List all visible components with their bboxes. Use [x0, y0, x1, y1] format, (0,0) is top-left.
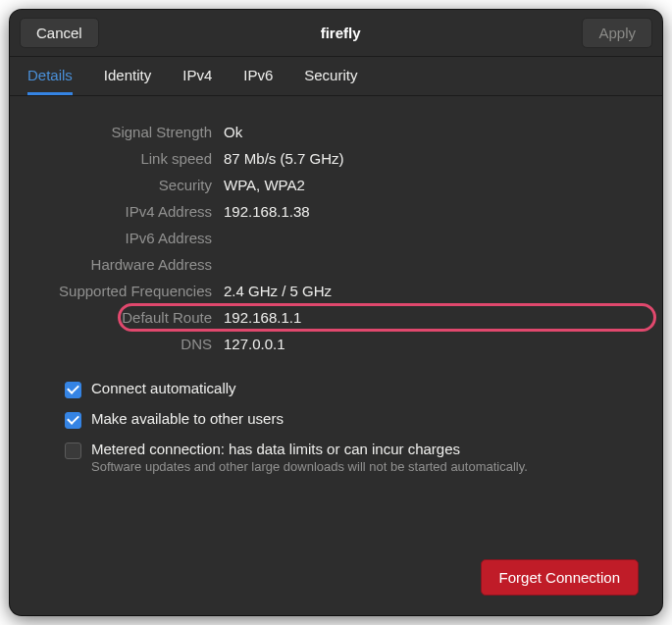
tab-details[interactable]: Details [27, 57, 73, 95]
cancel-button[interactable]: Cancel [20, 18, 99, 48]
tab-ipv4[interactable]: IPv4 [182, 57, 212, 95]
network-connection-dialog: Cancel firefly Apply Details Identity IP… [10, 10, 662, 615]
forget-connection-button[interactable]: Forget Connection [481, 559, 639, 596]
value-dns: 127.0.0.1 [224, 336, 639, 352]
apply-button[interactable]: Apply [582, 18, 652, 48]
option-make-available[interactable]: Make available to other users [65, 410, 639, 429]
label-signal-strength: Signal Strength [33, 124, 212, 140]
value-security: WPA, WPA2 [224, 177, 639, 193]
checkbox-make-available[interactable] [65, 412, 81, 429]
tabs: Details Identity IPv4 IPv6 Security [10, 57, 662, 96]
content: Signal Strength Ok Link speed 87 Mb/s (5… [10, 96, 662, 615]
label-metered-wrap: Metered connection: has data limits or c… [91, 441, 528, 474]
label-default-route: Default Route [33, 309, 212, 326]
label-ipv4-address: IPv4 Address [33, 203, 212, 220]
label-metered: Metered connection: has data limits or c… [91, 441, 460, 457]
label-metered-sub: Software updates and other large downloa… [91, 459, 528, 474]
dialog-title: firefly [321, 25, 361, 41]
label-connect-automatically: Connect automatically [91, 380, 236, 396]
checkbox-connect-automatically[interactable] [65, 382, 81, 398]
details-grid: Signal Strength Ok Link speed 87 Mb/s (5… [33, 124, 639, 352]
value-default-route: 192.168.1.1 [224, 309, 639, 326]
label-hardware-address: Hardware Address [33, 256, 212, 273]
value-ipv4-address: 192.168.1.38 [224, 203, 639, 220]
label-link-speed: Link speed [33, 150, 212, 167]
value-signal-strength: Ok [224, 124, 639, 140]
tab-ipv6[interactable]: IPv6 [243, 57, 273, 95]
titlebar: Cancel firefly Apply [10, 10, 662, 57]
tab-security[interactable]: Security [304, 57, 357, 95]
value-supported-frequencies: 2.4 GHz / 5 GHz [224, 283, 639, 299]
label-dns: DNS [33, 336, 212, 352]
footer: Forget Connection [33, 540, 639, 596]
label-supported-frequencies: Supported Frequencies [33, 283, 212, 299]
tab-identity[interactable]: Identity [104, 57, 151, 95]
label-make-available: Make available to other users [91, 410, 284, 427]
option-connect-automatically[interactable]: Connect automatically [65, 380, 639, 398]
label-security: Security [33, 177, 212, 193]
options: Connect automatically Make available to … [65, 380, 639, 474]
checkbox-metered[interactable] [65, 443, 81, 459]
label-ipv6-address: IPv6 Address [33, 230, 212, 246]
option-metered[interactable]: Metered connection: has data limits or c… [65, 441, 639, 474]
value-link-speed: 87 Mb/s (5.7 GHz) [224, 150, 639, 167]
